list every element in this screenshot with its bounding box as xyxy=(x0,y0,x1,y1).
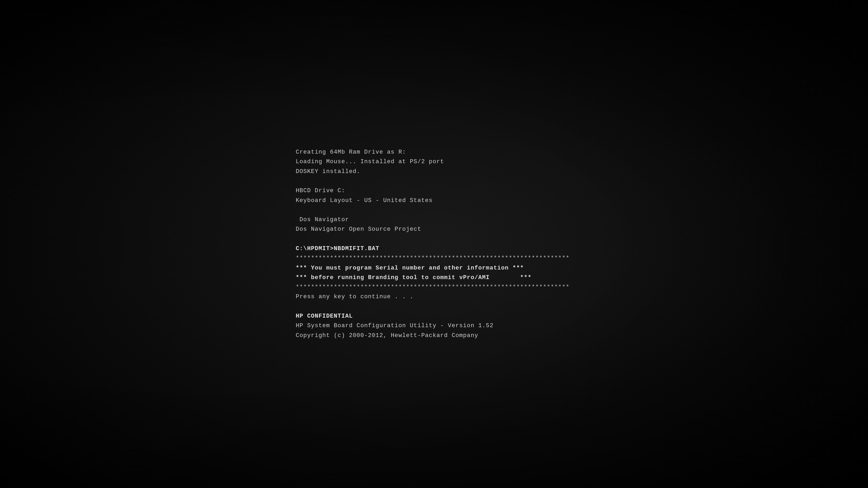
terminal-blank-line xyxy=(296,205,588,215)
terminal-line: C:\HPDMIT>NBDMIFIT.BAT xyxy=(296,244,588,254)
terminal-line: Keyboard Layout - US - United States xyxy=(296,196,588,205)
screen-wrapper: Creating 64Mb Ram Drive as R:Loading Mou… xyxy=(0,0,868,488)
terminal-line: Loading Mouse... Installed at PS/2 port xyxy=(296,157,588,167)
terminal-line: Dos Navigator xyxy=(296,215,588,225)
terminal-line: *** before running Branding tool to comm… xyxy=(296,273,588,283)
terminal-blank-line xyxy=(296,176,588,186)
terminal-line: DOSKEY installed. xyxy=(296,167,588,176)
terminal-line: *** You must program Serial number and o… xyxy=(296,263,588,273)
terminal-line: Creating 64Mb Ram Drive as R: xyxy=(296,148,588,157)
terminal-line: Copyright (c) 2000-2012, Hewlett-Packard… xyxy=(296,331,588,340)
terminal-line: HP System Board Configuration Utility - … xyxy=(296,321,588,331)
terminal-line: Dos Navigator Open Source Project xyxy=(296,225,588,234)
terminal-blank-line xyxy=(296,302,588,312)
terminal-output: Creating 64Mb Ram Drive as R:Loading Mou… xyxy=(274,137,594,351)
terminal-line: HP CONFIDENTIAL xyxy=(296,312,588,321)
terminal-line: ****************************************… xyxy=(296,254,588,263)
terminal-line: HBCD Drive C: xyxy=(296,186,588,196)
terminal-blank-line xyxy=(296,234,588,244)
terminal-line: Press any key to continue . . . xyxy=(296,292,588,302)
terminal-line: ****************************************… xyxy=(296,283,588,292)
